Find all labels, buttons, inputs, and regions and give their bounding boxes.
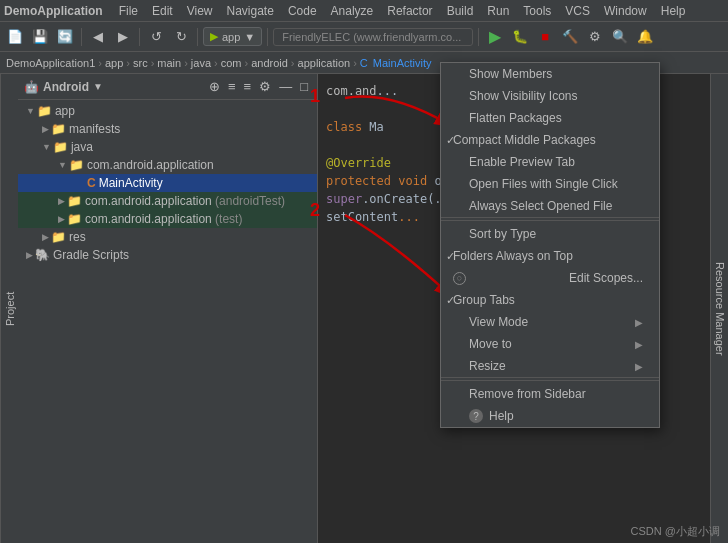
expand-arrow-manifests: ▶: [42, 124, 49, 134]
project-panel-header: 🤖 Android ▼ ⊕ ≡ ≡ ⚙ — □: [18, 74, 317, 100]
tree-item-test[interactable]: ▶ 📁 com.android.application (test): [18, 210, 317, 228]
menu-compact-middle[interactable]: Compact Middle Packages: [441, 129, 659, 151]
undo-btn[interactable]: ↺: [145, 26, 167, 48]
breadcrumb-main[interactable]: main: [157, 57, 181, 69]
menu-show-visibility[interactable]: Show Visibility Icons: [441, 85, 659, 107]
menu-show-members-label: Show Members: [469, 67, 552, 81]
android-icon: 🤖: [24, 80, 39, 94]
tree-item-main-label: MainActivity: [99, 176, 163, 190]
tree-item-res-label: res: [69, 230, 86, 244]
breadcrumb-app[interactable]: app: [105, 57, 123, 69]
breadcrumb-file[interactable]: C MainActivity: [360, 57, 432, 69]
breadcrumb-application[interactable]: application: [298, 57, 351, 69]
breadcrumb-com[interactable]: com: [221, 57, 242, 69]
menu-edit-scopes[interactable]: ○ Edit Scopes...: [441, 267, 659, 289]
tree-item-java[interactable]: ▼ 📁 java: [18, 138, 317, 156]
forward-btn[interactable]: ▶: [112, 26, 134, 48]
separator-4: [267, 28, 268, 46]
sync-btn[interactable]: 🔄: [54, 26, 76, 48]
build-btn[interactable]: 🔨: [559, 26, 581, 48]
breadcrumb-project[interactable]: DemoApplication1: [6, 57, 95, 69]
menu-help[interactable]: Help: [655, 2, 692, 20]
menu-folders-top[interactable]: Folders Always on Top: [441, 245, 659, 267]
menu-view-mode[interactable]: View Mode ▶: [441, 311, 659, 333]
menu-edit[interactable]: Edit: [146, 2, 179, 20]
menu-group-tabs[interactable]: Group Tabs: [441, 289, 659, 311]
menu-build[interactable]: Build: [441, 2, 480, 20]
url-bar[interactable]: FriendlyELEC (www.friendlyarm.co...: [273, 28, 473, 46]
breadcrumb-java[interactable]: java: [191, 57, 211, 69]
back-btn[interactable]: ◀: [87, 26, 109, 48]
menu-show-members[interactable]: Show Members: [441, 63, 659, 85]
menu-vcs[interactable]: VCS: [559, 2, 596, 20]
expand-arrow-app: ▼: [26, 106, 35, 116]
menu-sep-2: [441, 380, 659, 381]
settings-gear-icon[interactable]: ⚙: [256, 78, 274, 95]
locate-file-icon[interactable]: ⊕: [206, 78, 223, 95]
run-btn[interactable]: ▶: [484, 26, 506, 48]
edit-scopes-icon: ○: [453, 272, 466, 285]
tree-item-res[interactable]: ▶ 📁 res: [18, 228, 317, 246]
menu-help[interactable]: ? Help: [441, 405, 659, 427]
menu-open-single-click[interactable]: Open Files with Single Click: [441, 173, 659, 195]
tree-item-manifests[interactable]: ▶ 📁 manifests: [18, 120, 317, 138]
menu-tools[interactable]: Tools: [517, 2, 557, 20]
menu-sep-1: [441, 220, 659, 221]
stop-btn[interactable]: ■: [534, 26, 556, 48]
notifications-btn[interactable]: 🔔: [634, 26, 656, 48]
breadcrumb-sep-3: ›: [151, 57, 155, 69]
new-project-btn[interactable]: 📄: [4, 26, 26, 48]
tree-item-androidtest[interactable]: ▶ 📁 com.android.application (androidTest…: [18, 192, 317, 210]
menu-resize-label: Resize: [469, 359, 506, 373]
menu-folders-label: Folders Always on Top: [453, 249, 573, 263]
tree-item-gradle[interactable]: ▶ 🐘 Gradle Scripts: [18, 246, 317, 264]
menu-analyze[interactable]: Analyze: [325, 2, 380, 20]
menu-refactor[interactable]: Refactor: [381, 2, 438, 20]
menu-show-visibility-label: Show Visibility Icons: [469, 89, 578, 103]
breadcrumb-sep-2: ›: [126, 57, 130, 69]
menu-sort-by-type[interactable]: Sort by Type: [441, 223, 659, 245]
expand-arrow-gradle: ▶: [26, 250, 33, 260]
settings-btn[interactable]: ⚙: [584, 26, 606, 48]
menu-enable-preview[interactable]: Enable Preview Tab: [441, 151, 659, 173]
separator-3: [197, 28, 198, 46]
collapse-all-icon[interactable]: ≡: [241, 78, 255, 95]
folder-icon-test: 📁: [67, 212, 82, 226]
app-name: DemoApplication: [4, 4, 103, 18]
tree-item-app[interactable]: ▼ 📁 app: [18, 102, 317, 120]
tree-item-manifests-label: manifests: [69, 122, 120, 136]
menu-window[interactable]: Window: [598, 2, 653, 20]
menu-remove-sidebar[interactable]: Remove from Sidebar: [441, 383, 659, 405]
menu-always-select[interactable]: Always Select Opened File: [441, 195, 659, 218]
resource-manager-tab[interactable]: Resource Manager: [710, 74, 728, 543]
menu-navigate[interactable]: Navigate: [221, 2, 280, 20]
menu-view[interactable]: View: [181, 2, 219, 20]
app-config-dropdown[interactable]: ▶ app ▼: [203, 27, 262, 46]
breadcrumb-src[interactable]: src: [133, 57, 148, 69]
menu-edit-scopes-label: Edit Scopes...: [569, 271, 643, 285]
tree-item-androidtest-label: com.android.application (androidTest): [85, 194, 285, 208]
menu-flatten-packages[interactable]: Flatten Packages: [441, 107, 659, 129]
menu-code[interactable]: Code: [282, 2, 323, 20]
tree-item-mainactivity[interactable]: ▶ C MainActivity: [18, 174, 317, 192]
menu-resize[interactable]: Resize ▶: [441, 355, 659, 378]
search-everywhere-btn[interactable]: 🔍: [609, 26, 631, 48]
separator-5: [478, 28, 479, 46]
menu-move-to[interactable]: Move to ▶: [441, 333, 659, 355]
close-panel-icon[interactable]: —: [276, 78, 295, 95]
save-btn[interactable]: 💾: [29, 26, 51, 48]
breadcrumb-android[interactable]: android: [251, 57, 288, 69]
gradle-icon: 🐘: [35, 248, 50, 262]
scroll-from-source-icon[interactable]: ≡: [225, 78, 239, 95]
panel-dropdown-arrow[interactable]: ▼: [93, 81, 103, 92]
project-side-tab[interactable]: Project: [0, 74, 18, 543]
menu-always-select-label: Always Select Opened File: [469, 199, 612, 213]
expand-panel-icon[interactable]: □: [297, 78, 311, 95]
dropdown-arrow-icon: ▼: [244, 31, 255, 43]
redo-btn[interactable]: ↻: [170, 26, 192, 48]
tree-item-com-pkg[interactable]: ▼ 📁 com.android.application: [18, 156, 317, 174]
debug-btn[interactable]: 🐛: [509, 26, 531, 48]
menu-help-label: Help: [489, 409, 514, 423]
menu-run[interactable]: Run: [481, 2, 515, 20]
menu-file[interactable]: File: [113, 2, 144, 20]
